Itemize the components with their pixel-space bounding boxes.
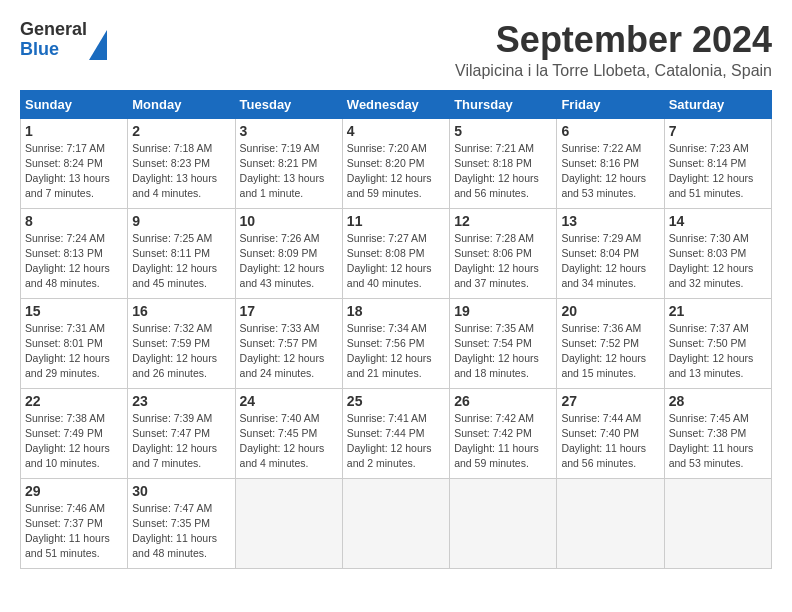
day-number: 17 (240, 303, 338, 319)
day-info: Sunrise: 7:19 AMSunset: 8:21 PMDaylight:… (240, 141, 338, 202)
day-number: 3 (240, 123, 338, 139)
day-number: 4 (347, 123, 445, 139)
sunset-text: Sunset: 8:21 PM (240, 156, 338, 171)
day-number: 27 (561, 393, 659, 409)
day-cell: 1Sunrise: 7:17 AMSunset: 8:24 PMDaylight… (21, 118, 128, 208)
sunrise-text: Sunrise: 7:23 AM (669, 141, 767, 156)
column-header-tuesday: Tuesday (235, 90, 342, 118)
daylight-text: Daylight: 12 hours and 51 minutes. (669, 171, 767, 201)
day-cell: 10Sunrise: 7:26 AMSunset: 8:09 PMDayligh… (235, 208, 342, 298)
day-cell: 28Sunrise: 7:45 AMSunset: 7:38 PMDayligh… (664, 388, 771, 478)
sunset-text: Sunset: 8:23 PM (132, 156, 230, 171)
sunset-text: Sunset: 7:54 PM (454, 336, 552, 351)
sunset-text: Sunset: 7:38 PM (669, 426, 767, 441)
day-cell: 18Sunrise: 7:34 AMSunset: 7:56 PMDayligh… (342, 298, 449, 388)
sunset-text: Sunset: 7:56 PM (347, 336, 445, 351)
day-cell: 7Sunrise: 7:23 AMSunset: 8:14 PMDaylight… (664, 118, 771, 208)
daylight-text: Daylight: 12 hours and 37 minutes. (454, 261, 552, 291)
day-number: 28 (669, 393, 767, 409)
sunset-text: Sunset: 7:49 PM (25, 426, 123, 441)
column-header-saturday: Saturday (664, 90, 771, 118)
daylight-text: Daylight: 11 hours and 56 minutes. (561, 441, 659, 471)
sunrise-text: Sunrise: 7:42 AM (454, 411, 552, 426)
empty-cell (450, 478, 557, 568)
day-number: 19 (454, 303, 552, 319)
location-title: Vilapicina i la Torre Llobeta, Catalonia… (455, 62, 772, 80)
day-info: Sunrise: 7:31 AMSunset: 8:01 PMDaylight:… (25, 321, 123, 382)
day-cell: 11Sunrise: 7:27 AMSunset: 8:08 PMDayligh… (342, 208, 449, 298)
day-info: Sunrise: 7:30 AMSunset: 8:03 PMDaylight:… (669, 231, 767, 292)
column-header-wednesday: Wednesday (342, 90, 449, 118)
day-cell: 20Sunrise: 7:36 AMSunset: 7:52 PMDayligh… (557, 298, 664, 388)
sunrise-text: Sunrise: 7:24 AM (25, 231, 123, 246)
sunrise-text: Sunrise: 7:37 AM (669, 321, 767, 336)
day-info: Sunrise: 7:45 AMSunset: 7:38 PMDaylight:… (669, 411, 767, 472)
sunrise-text: Sunrise: 7:39 AM (132, 411, 230, 426)
day-cell: 19Sunrise: 7:35 AMSunset: 7:54 PMDayligh… (450, 298, 557, 388)
day-cell: 16Sunrise: 7:32 AMSunset: 7:59 PMDayligh… (128, 298, 235, 388)
day-number: 10 (240, 213, 338, 229)
sunrise-text: Sunrise: 7:17 AM (25, 141, 123, 156)
day-cell: 4Sunrise: 7:20 AMSunset: 8:20 PMDaylight… (342, 118, 449, 208)
day-cell: 3Sunrise: 7:19 AMSunset: 8:21 PMDaylight… (235, 118, 342, 208)
sunset-text: Sunset: 8:11 PM (132, 246, 230, 261)
column-header-monday: Monday (128, 90, 235, 118)
sunset-text: Sunset: 7:59 PM (132, 336, 230, 351)
sunrise-text: Sunrise: 7:26 AM (240, 231, 338, 246)
day-info: Sunrise: 7:36 AMSunset: 7:52 PMDaylight:… (561, 321, 659, 382)
sunrise-text: Sunrise: 7:46 AM (25, 501, 123, 516)
day-cell: 2Sunrise: 7:18 AMSunset: 8:23 PMDaylight… (128, 118, 235, 208)
sunset-text: Sunset: 7:52 PM (561, 336, 659, 351)
month-title: September 2024 (455, 20, 772, 60)
day-number: 23 (132, 393, 230, 409)
sunrise-text: Sunrise: 7:41 AM (347, 411, 445, 426)
daylight-text: Daylight: 12 hours and 15 minutes. (561, 351, 659, 381)
day-number: 7 (669, 123, 767, 139)
day-info: Sunrise: 7:20 AMSunset: 8:20 PMDaylight:… (347, 141, 445, 202)
sunrise-text: Sunrise: 7:28 AM (454, 231, 552, 246)
day-number: 15 (25, 303, 123, 319)
empty-cell (342, 478, 449, 568)
column-header-sunday: Sunday (21, 90, 128, 118)
sunset-text: Sunset: 7:50 PM (669, 336, 767, 351)
day-number: 6 (561, 123, 659, 139)
day-info: Sunrise: 7:21 AMSunset: 8:18 PMDaylight:… (454, 141, 552, 202)
daylight-text: Daylight: 11 hours and 51 minutes. (25, 531, 123, 561)
day-cell: 30Sunrise: 7:47 AMSunset: 7:35 PMDayligh… (128, 478, 235, 568)
day-number: 20 (561, 303, 659, 319)
day-info: Sunrise: 7:34 AMSunset: 7:56 PMDaylight:… (347, 321, 445, 382)
daylight-text: Daylight: 12 hours and 40 minutes. (347, 261, 445, 291)
empty-cell (557, 478, 664, 568)
sunset-text: Sunset: 8:06 PM (454, 246, 552, 261)
sunrise-text: Sunrise: 7:40 AM (240, 411, 338, 426)
day-cell: 29Sunrise: 7:46 AMSunset: 7:37 PMDayligh… (21, 478, 128, 568)
day-cell: 22Sunrise: 7:38 AMSunset: 7:49 PMDayligh… (21, 388, 128, 478)
day-info: Sunrise: 7:46 AMSunset: 7:37 PMDaylight:… (25, 501, 123, 562)
daylight-text: Daylight: 12 hours and 53 minutes. (561, 171, 659, 201)
day-number: 18 (347, 303, 445, 319)
day-cell: 9Sunrise: 7:25 AMSunset: 8:11 PMDaylight… (128, 208, 235, 298)
sunset-text: Sunset: 8:16 PM (561, 156, 659, 171)
sunset-text: Sunset: 7:44 PM (347, 426, 445, 441)
logo-arrow-icon (89, 30, 107, 60)
sunset-text: Sunset: 8:04 PM (561, 246, 659, 261)
day-info: Sunrise: 7:39 AMSunset: 7:47 PMDaylight:… (132, 411, 230, 472)
day-number: 11 (347, 213, 445, 229)
day-info: Sunrise: 7:27 AMSunset: 8:08 PMDaylight:… (347, 231, 445, 292)
sunrise-text: Sunrise: 7:33 AM (240, 321, 338, 336)
sunset-text: Sunset: 8:09 PM (240, 246, 338, 261)
day-cell: 15Sunrise: 7:31 AMSunset: 8:01 PMDayligh… (21, 298, 128, 388)
daylight-text: Daylight: 12 hours and 13 minutes. (669, 351, 767, 381)
daylight-text: Daylight: 12 hours and 34 minutes. (561, 261, 659, 291)
daylight-text: Daylight: 12 hours and 43 minutes. (240, 261, 338, 291)
day-cell: 13Sunrise: 7:29 AMSunset: 8:04 PMDayligh… (557, 208, 664, 298)
sunset-text: Sunset: 8:08 PM (347, 246, 445, 261)
sunrise-text: Sunrise: 7:22 AM (561, 141, 659, 156)
day-cell: 8Sunrise: 7:24 AMSunset: 8:13 PMDaylight… (21, 208, 128, 298)
day-cell: 12Sunrise: 7:28 AMSunset: 8:06 PMDayligh… (450, 208, 557, 298)
sunset-text: Sunset: 8:14 PM (669, 156, 767, 171)
daylight-text: Daylight: 12 hours and 4 minutes. (240, 441, 338, 471)
calendar-header-row: SundayMondayTuesdayWednesdayThursdayFrid… (21, 90, 772, 118)
sunrise-text: Sunrise: 7:38 AM (25, 411, 123, 426)
sunrise-text: Sunrise: 7:21 AM (454, 141, 552, 156)
